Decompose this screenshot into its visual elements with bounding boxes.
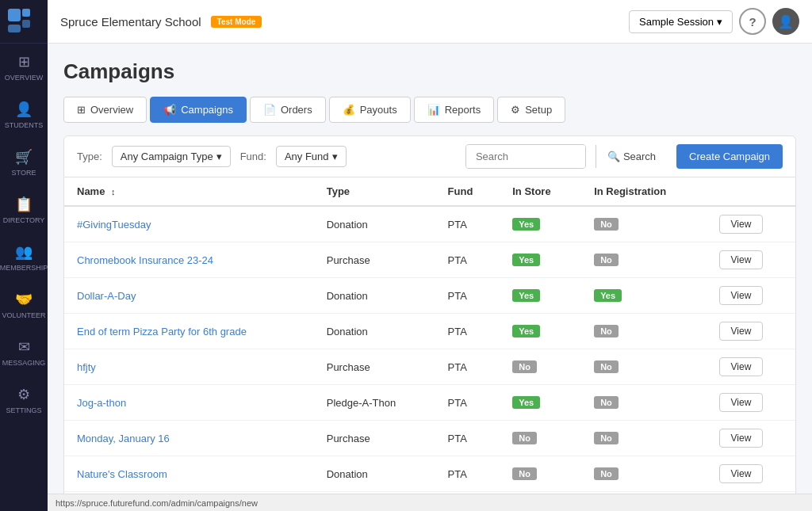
overview-icon: ⊞ (18, 53, 30, 71)
cell-name: End of term Pizza Party for 6th grade (64, 314, 314, 349)
cell-name: Jog-a-thon (64, 385, 314, 421)
view-button[interactable]: View (719, 357, 764, 376)
sidebar-item-settings[interactable]: ⚙ SETTINGS (0, 376, 48, 424)
avatar[interactable]: 👤 (772, 8, 799, 35)
campaign-name-link[interactable]: hfjty (77, 361, 96, 373)
campaign-type-select[interactable]: Any Campaign Type ▾ (112, 146, 231, 167)
svg-rect-0 (8, 9, 21, 21)
table-row: Nature's Classroom Donation PTA No No Vi… (64, 456, 795, 492)
topbar-right: Sample Session ▾ ? 👤 (629, 8, 799, 35)
volunteer-icon: 🤝 (15, 291, 33, 308)
view-button[interactable]: View (719, 215, 764, 234)
campaigns-table-wrap: Name ↕ Type Fund In Store In Registratio… (63, 177, 796, 494)
page-content: Campaigns ⊞ Overview 📢 Campaigns 📄 Order… (48, 44, 812, 494)
cell-in-store: No (500, 456, 581, 492)
cell-action: View (707, 278, 795, 314)
table-row: Jog-a-thon Pledge-A-Thon PTA Yes No View (64, 385, 795, 421)
cell-fund: PTA (435, 242, 500, 278)
in-store-badge: No (512, 467, 537, 480)
topbar: Spruce Elementary School Test Mode Sampl… (48, 0, 812, 44)
cell-fund: PTA (435, 349, 500, 385)
directory-icon: 📋 (15, 196, 33, 213)
sidebar-item-overview[interactable]: ⊞ OVERVIEW (0, 44, 48, 91)
fund-filter-label: Fund: (240, 151, 266, 162)
view-button[interactable]: View (719, 286, 764, 305)
search-button[interactable]: 🔍 Search (596, 145, 667, 168)
chevron-down-icon: ▾ (717, 16, 722, 28)
in-store-badge: Yes (512, 289, 540, 302)
sidebar-item-membership[interactable]: 👥 MEMBERSHIP (0, 234, 48, 281)
page-title: Campaigns (63, 59, 796, 84)
sidebar-item-students[interactable]: 👤 STUDENTS (0, 91, 48, 139)
cell-fund: PTA (435, 278, 500, 314)
fund-select[interactable]: Any Fund ▾ (276, 146, 347, 167)
messaging-icon: ✉ (18, 338, 30, 356)
campaign-name-link[interactable]: Dollar-A-Day (77, 290, 136, 302)
view-button[interactable]: View (719, 322, 764, 341)
campaign-name-link[interactable]: Nature's Classroom (77, 468, 167, 480)
in-registration-badge: No (594, 360, 619, 373)
filter-row: Type: Any Campaign Type ▾ Fund: Any Fund… (63, 135, 796, 177)
campaign-name-link[interactable]: End of term Pizza Party for 6th grade (77, 326, 247, 337)
table-row: End of term Pizza Party for 6th grade Do… (64, 314, 795, 349)
sidebar-item-volunteer[interactable]: 🤝 VOLUNTEER (0, 281, 48, 329)
search-wrap (465, 144, 586, 169)
cell-in-store: Yes (500, 314, 581, 349)
cell-in-store: Yes (500, 242, 581, 278)
tab-overview[interactable]: ⊞ Overview (63, 97, 147, 123)
cell-action: View (707, 314, 795, 349)
help-button[interactable]: ? (739, 8, 766, 35)
cell-name: #GivingTuesday (64, 206, 314, 242)
campaign-name-link[interactable]: Chromebook Insurance 23-24 (77, 254, 213, 266)
cell-in-registration: No (581, 456, 706, 492)
store-icon: 🛒 (15, 148, 33, 166)
in-store-badge: Yes (512, 254, 540, 266)
cell-fund: PTA (435, 456, 500, 492)
cell-name: Chromebook Insurance 23-24 (64, 242, 314, 278)
cell-in-store: Yes (500, 385, 581, 421)
table-row: Chromebook Insurance 23-24 Purchase PTA … (64, 242, 795, 278)
svg-rect-1 (22, 9, 30, 17)
cell-in-registration: No (581, 206, 706, 242)
cell-in-store: No (500, 421, 581, 456)
col-header-name[interactable]: Name ↕ (64, 177, 314, 206)
table-row: Monday, January 16 Purchase PTA No No Vi… (64, 421, 795, 456)
cell-name: Monday, January 16 (64, 421, 314, 456)
session-button[interactable]: Sample Session ▾ (629, 10, 733, 33)
campaign-name-link[interactable]: Monday, January 16 (77, 433, 170, 444)
in-store-badge: Yes (512, 325, 540, 337)
school-name: Spruce Elementary School (60, 15, 201, 29)
campaigns-table: Name ↕ Type Fund In Store In Registratio… (64, 177, 795, 494)
view-button[interactable]: View (719, 429, 764, 448)
tab-orders[interactable]: 📄 Orders (250, 97, 326, 123)
campaign-name-link[interactable]: Jog-a-thon (77, 397, 126, 409)
search-input[interactable] (466, 145, 585, 168)
orders-tab-icon: 📄 (263, 104, 276, 116)
table-row: #GivingTuesday Donation PTA Yes No View (64, 206, 795, 242)
status-url: https://spruce.futurefund.com/admin/camp… (56, 498, 258, 508)
cell-type: Donation (314, 206, 435, 242)
sidebar-item-messaging[interactable]: ✉ MESSAGING (0, 329, 48, 376)
tab-setup[interactable]: ⚙ Setup (497, 97, 565, 123)
tab-payouts[interactable]: 💰 Payouts (329, 97, 411, 123)
sidebar-item-directory[interactable]: 📋 DIRECTORY (0, 186, 48, 234)
in-store-badge: Yes (512, 396, 540, 409)
view-button[interactable]: View (719, 393, 764, 412)
cell-name: Dollar-A-Day (64, 278, 314, 314)
cell-name: Nature's Classroom (64, 456, 314, 492)
in-registration-badge: Yes (594, 289, 622, 302)
payouts-tab-icon: 💰 (343, 104, 355, 116)
tab-bar: ⊞ Overview 📢 Campaigns 📄 Orders 💰 Payout… (63, 97, 796, 123)
cell-in-registration: No (581, 421, 706, 456)
col-header-in-store: In Store (500, 177, 581, 206)
table-row: Dollar-A-Day Donation PTA Yes Yes View (64, 278, 795, 314)
campaign-name-link[interactable]: #GivingTuesday (77, 219, 151, 231)
tab-reports[interactable]: 📊 Reports (414, 97, 495, 123)
view-button[interactable]: View (719, 250, 764, 269)
view-button[interactable]: View (719, 464, 764, 483)
tab-campaigns[interactable]: 📢 Campaigns (150, 97, 247, 123)
logo[interactable] (0, 0, 48, 44)
cell-action: View (707, 206, 795, 242)
sidebar-item-store[interactable]: 🛒 STORE (0, 139, 48, 186)
create-campaign-button[interactable]: Create Campaign (676, 144, 783, 169)
